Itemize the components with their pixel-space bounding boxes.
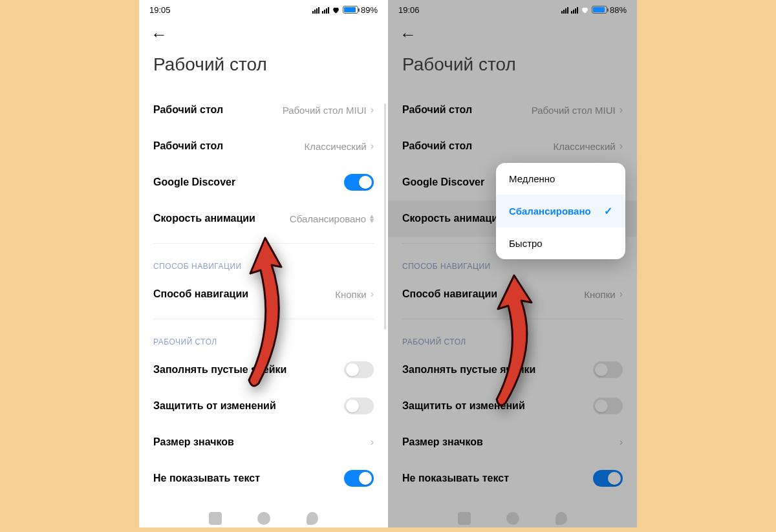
- check-icon: ✓: [604, 205, 612, 217]
- row-fill-empty: Заполнять пустые ячейки: [139, 352, 388, 388]
- chevron-right-icon: ›: [371, 104, 374, 116]
- toggle-fill-empty[interactable]: [593, 361, 623, 378]
- status-bar: 19:05 89%: [139, 0, 388, 19]
- toggle-fill-empty[interactable]: [344, 361, 374, 378]
- row-label: Защитить от изменений: [402, 400, 525, 412]
- signal-icon: [571, 6, 578, 14]
- popup-option-fast[interactable]: Быстро: [496, 228, 625, 259]
- toggle-hide-text[interactable]: [593, 470, 623, 487]
- row-launcher[interactable]: Рабочий стол Рабочий стол MIUI›: [388, 92, 637, 128]
- signal-icon: [561, 6, 568, 14]
- battery-percent: 88%: [610, 5, 627, 15]
- popup-option-label: Сбалансировано: [509, 206, 591, 217]
- status-time: 19:05: [149, 5, 171, 15]
- row-label: Не показывать текст: [402, 473, 509, 484]
- status-bar: 19:06 88%: [388, 0, 637, 19]
- system-nav-bar: [388, 512, 637, 525]
- row-label: Скорость анимации: [153, 213, 255, 224]
- row-icon-size[interactable]: Размер значков ›: [139, 424, 388, 460]
- row-label: Способ навигации: [402, 288, 497, 300]
- toggle-hide-text[interactable]: [344, 470, 374, 487]
- system-nav-bar: [139, 512, 388, 525]
- row-lock-layout: Защитить от изменений: [139, 388, 388, 424]
- chevron-right-icon: ›: [371, 436, 374, 448]
- popup-option-label: Медленно: [509, 173, 555, 184]
- row-lock-layout: Защитить от изменений: [388, 388, 637, 424]
- toggle-discover[interactable]: [344, 174, 374, 191]
- chevron-right-icon: ›: [620, 104, 623, 116]
- page-title: Рабочий стол: [388, 43, 637, 92]
- nav-recents[interactable]: [209, 512, 222, 525]
- row-value: Кнопки: [584, 289, 615, 300]
- nav-recents[interactable]: [458, 512, 471, 525]
- phone-screen-right: 19:06 88% ← Рабочий стол Рабочий стол Ра…: [388, 0, 637, 527]
- chevron-right-icon: ›: [371, 288, 374, 300]
- row-hide-text: Не показывать текст: [388, 460, 637, 496]
- phone-screen-left: 19:05 89% ← Рабочий стол Рабочий стол Ра…: [139, 0, 388, 527]
- popup-option-label: Быстро: [509, 238, 543, 249]
- row-value: Классический: [304, 141, 366, 152]
- row-nav-method[interactable]: Способ навигации Кнопки›: [139, 276, 388, 312]
- row-value: Рабочий стол MIUI: [283, 105, 367, 116]
- row-fill-empty: Заполнять пустые ячейки: [388, 352, 637, 388]
- popup-option-balanced[interactable]: Сбалансировано ✓: [496, 195, 625, 228]
- row-label: Google Discover: [153, 176, 235, 188]
- row-label: Заполнять пустые ячейки: [402, 364, 535, 376]
- toggle-lock-layout[interactable]: [593, 398, 623, 414]
- page-title: Рабочий стол: [139, 43, 388, 92]
- row-style[interactable]: Рабочий стол Классический›: [388, 128, 637, 164]
- battery-icon: [343, 6, 358, 14]
- heart-icon: [581, 6, 589, 14]
- battery-icon: [592, 6, 607, 14]
- row-nav-method[interactable]: Способ навигации Кнопки›: [388, 276, 637, 312]
- row-label: Google Discover: [402, 176, 484, 188]
- row-label: Заполнять пустые ячейки: [153, 364, 286, 376]
- section-home-screen: РАБОЧИЙ СТОЛ: [388, 319, 637, 352]
- signal-icon: [312, 6, 319, 14]
- row-anim-speed[interactable]: Скорость анимации Сбалансировано▴▾: [139, 200, 388, 237]
- chevron-right-icon: ›: [620, 436, 623, 448]
- chevron-right-icon: ›: [620, 288, 623, 300]
- row-discover: Google Discover: [139, 164, 388, 200]
- row-label: Способ навигации: [153, 288, 248, 300]
- row-label: Рабочий стол: [153, 104, 223, 116]
- row-hide-text: Не показывать текст: [139, 460, 388, 496]
- nav-home[interactable]: [257, 512, 270, 525]
- row-value: Сбалансировано: [290, 213, 366, 224]
- toggle-lock-layout[interactable]: [344, 398, 374, 414]
- row-value: Классический: [553, 141, 615, 152]
- heart-icon: [332, 6, 340, 14]
- nav-back[interactable]: [307, 512, 318, 525]
- row-value: Кнопки: [335, 289, 366, 300]
- row-label: Рабочий стол: [402, 104, 472, 116]
- row-label: Не показывать текст: [153, 473, 260, 484]
- row-label: Рабочий стол: [402, 140, 472, 152]
- section-home-screen: РАБОЧИЙ СТОЛ: [139, 319, 388, 352]
- row-label: Размер значков: [153, 436, 234, 448]
- status-time: 19:06: [398, 5, 420, 15]
- row-label: Защитить от изменений: [153, 400, 276, 412]
- section-nav-method: СПОСОБ НАВИГАЦИИ: [139, 244, 388, 276]
- row-icon-size[interactable]: Размер значков ›: [388, 424, 637, 460]
- row-label: Скорость анимации: [402, 213, 504, 224]
- row-label: Рабочий стол: [153, 140, 223, 152]
- chevron-right-icon: ›: [620, 140, 623, 152]
- row-label: Размер значков: [402, 436, 483, 448]
- back-button[interactable]: ←: [151, 26, 167, 43]
- anim-speed-popup: Медленно Сбалансировано ✓ Быстро: [496, 163, 625, 259]
- battery-percent: 89%: [361, 5, 378, 15]
- updown-icon: ▴▾: [370, 214, 374, 223]
- popup-option-slow[interactable]: Медленно: [496, 163, 625, 195]
- row-value: Рабочий стол MIUI: [532, 105, 616, 116]
- row-style[interactable]: Рабочий стол Классический›: [139, 128, 388, 164]
- row-launcher[interactable]: Рабочий стол Рабочий стол MIUI›: [139, 92, 388, 128]
- nav-back[interactable]: [555, 512, 567, 525]
- back-button[interactable]: ←: [400, 26, 416, 43]
- chevron-right-icon: ›: [371, 140, 374, 152]
- signal-icon: [322, 6, 329, 14]
- nav-home[interactable]: [506, 512, 519, 525]
